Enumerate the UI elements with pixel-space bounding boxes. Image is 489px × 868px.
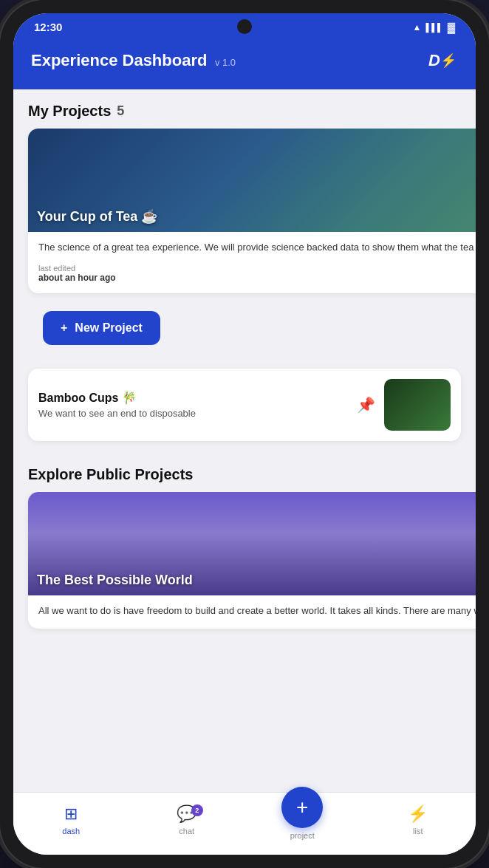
bamboo-card[interactable]: Bamboo Cups 🎋 We want to see an end to d… [28, 369, 461, 441]
project-card-1-body: The science of a great tea experience. W… [28, 232, 476, 293]
explore-card-1-body: All we want to do is have freedom to bui… [28, 595, 476, 629]
camera-notch [237, 19, 252, 34]
project-plus-icon: + [296, 796, 308, 819]
explore-card-1-title: The Best Possible World [37, 573, 193, 588]
explore-card-1[interactable]: The Best Possible World All we want to d… [28, 492, 476, 629]
nav-item-dash[interactable]: ⊞ dash [49, 804, 93, 835]
new-project-button[interactable]: + New Project [43, 311, 160, 345]
explore-card-1-image: The Best Possible World [28, 492, 476, 595]
project-card-1[interactable]: Your Cup of Tea ☕ The science of a great… [28, 129, 476, 293]
new-project-plus: + [61, 321, 67, 335]
explore-scroll[interactable]: The Best Possible World All we want to d… [13, 492, 476, 640]
bamboo-content: Bamboo Cups 🎋 We want to see an end to d… [38, 391, 348, 419]
nav-item-chat[interactable]: 💬 chat 2 [165, 804, 209, 835]
tea-gradient-bg: Your Cup of Tea ☕ [28, 129, 476, 232]
my-projects-header: My Projects 5 [13, 89, 476, 129]
explore-card-1-desc: All we want to do is have freedom to bui… [38, 604, 476, 618]
explore-section: Explore Public Projects The Best Possibl… [13, 453, 476, 655]
dash-icon: ⊞ [64, 804, 78, 824]
status-icons: ▲ ▌▌▌ ▓ [413, 21, 456, 33]
nav-item-project[interactable]: + project [280, 800, 324, 840]
app-header: Experience Dashboard v 1.0 D ⚡ [13, 38, 476, 89]
explore-header: Explore Public Projects [13, 453, 476, 492]
project-card-1-title: Your Cup of Tea ☕ [37, 208, 157, 225]
nav-label-list: list [413, 827, 423, 835]
project-center-button[interactable]: + [281, 787, 323, 828]
time-value-1: about an hour ago [38, 273, 116, 283]
bamboo-bg-gradient [384, 379, 451, 431]
bamboo-image [384, 379, 451, 431]
project-card-1-footer: last edited about an hour ago 📌 [38, 264, 476, 283]
status-time: 12:30 [34, 21, 62, 33]
new-project-wrap: + New Project [13, 305, 476, 369]
chat-badge: 2 [191, 804, 203, 816]
explore-title: Explore Public Projects [28, 466, 193, 483]
bamboo-pin-icon: 📌 [357, 396, 375, 414]
phone-screen: 12:30 ▲ ▌▌▌ ▓ Experience Dashboard v 1.0… [13, 13, 476, 855]
scroll-content: My Projects 5 Your Cup of Tea ☕ The scie… [13, 89, 476, 792]
project-card-1-desc: The science of a great tea experience. W… [38, 241, 476, 255]
bamboo-title: Bamboo Cups 🎋 [38, 391, 348, 405]
wifi-icon: ▲ [413, 22, 422, 33]
projects-scroll[interactable]: Your Cup of Tea ☕ The science of a great… [13, 129, 476, 305]
nav-item-list[interactable]: ⚡ list [396, 804, 440, 835]
new-project-label: New Project [75, 321, 143, 335]
my-projects-count: 5 [117, 103, 124, 119]
phone-frame: 12:30 ▲ ▌▌▌ ▓ Experience Dashboard v 1.0… [0, 0, 489, 868]
bottom-nav: ⊞ dash 💬 chat 2 + project ⚡ list [13, 792, 476, 855]
battery-icon: ▓ [448, 21, 455, 33]
signal-icon: ▌▌▌ [425, 23, 442, 32]
logo-d: D [428, 51, 440, 70]
time-label-1: last edited [38, 264, 116, 273]
world-gradient-bg: The Best Possible World [28, 492, 476, 595]
nav-label-dash: dash [62, 827, 80, 835]
logo-bolt-icon: ⚡ [440, 52, 456, 69]
header-title: Experience Dashboard [31, 51, 207, 69]
project-card-1-image: Your Cup of Tea ☕ [28, 129, 476, 232]
list-icon: ⚡ [408, 804, 428, 824]
my-projects-title: My Projects [28, 103, 111, 120]
nav-label-chat: chat [179, 827, 194, 835]
project-card-1-time: last edited about an hour ago [38, 264, 116, 283]
bamboo-desc: We want to see an end to disposable [38, 408, 348, 419]
nav-label-project: project [290, 831, 315, 840]
header-logo: D ⚡ [427, 45, 458, 76]
header-title-group: Experience Dashboard v 1.0 [31, 51, 236, 70]
header-version: v 1.0 [215, 57, 236, 68]
